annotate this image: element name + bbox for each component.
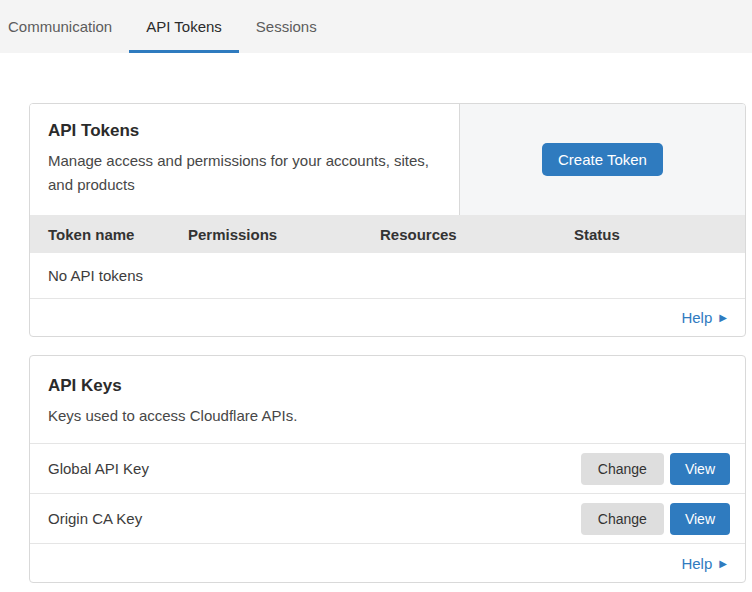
change-origin-ca-key-button[interactable]: Change xyxy=(581,503,664,535)
keys-help-row: Help ▶ xyxy=(30,543,745,583)
tokens-help-row: Help ▶ xyxy=(30,299,745,336)
column-header-permissions: Permissions xyxy=(188,226,380,243)
tab-label: Sessions xyxy=(256,18,317,35)
tokens-empty-message: No API tokens xyxy=(48,267,143,284)
api-tokens-header-action-area: Create Token xyxy=(460,104,745,215)
key-row-global-api-key: Global API Key Change View xyxy=(30,443,745,493)
tokens-help-link[interactable]: Help ▶ xyxy=(681,309,727,326)
api-keys-card: API Keys Keys used to access Cloudflare … xyxy=(29,355,746,583)
keys-help-link[interactable]: Help ▶ xyxy=(681,555,727,572)
tab-api-tokens[interactable]: API Tokens xyxy=(129,0,239,53)
help-link-label: Help xyxy=(681,309,712,326)
api-tokens-card: API Tokens Manage access and permissions… xyxy=(29,103,746,337)
key-actions: Change View xyxy=(581,453,730,485)
api-keys-title: API Keys xyxy=(48,376,727,396)
create-token-button[interactable]: Create Token xyxy=(542,143,663,176)
column-header-resources: Resources xyxy=(380,226,574,243)
tokens-empty-state: No API tokens xyxy=(30,253,745,299)
view-origin-ca-key-button[interactable]: View xyxy=(670,503,730,535)
api-tokens-header-text: API Tokens Manage access and permissions… xyxy=(30,104,460,215)
key-label: Global API Key xyxy=(48,460,581,477)
tab-label: Communication xyxy=(8,18,112,35)
key-label: Origin CA Key xyxy=(48,510,581,527)
api-keys-card-header: API Keys Keys used to access Cloudflare … xyxy=(30,356,745,443)
tab-bar: Communication API Tokens Sessions xyxy=(0,0,752,53)
key-actions: Change View xyxy=(581,503,730,535)
api-tokens-card-header: API Tokens Manage access and permissions… xyxy=(30,104,745,215)
api-tokens-title: API Tokens xyxy=(48,121,441,141)
api-tokens-subtitle: Manage access and permissions for your a… xyxy=(48,149,441,197)
tab-label: API Tokens xyxy=(146,18,222,35)
column-header-status: Status xyxy=(574,226,745,243)
key-row-origin-ca-key: Origin CA Key Change View xyxy=(30,493,745,543)
tab-communication[interactable]: Communication xyxy=(8,0,129,53)
help-arrow-icon: ▶ xyxy=(719,313,727,323)
tokens-table-header: Token name Permissions Resources Status xyxy=(30,215,745,253)
help-link-label: Help xyxy=(681,555,712,572)
column-header-token-name: Token name xyxy=(30,226,188,243)
tab-sessions[interactable]: Sessions xyxy=(239,0,334,53)
api-keys-subtitle: Keys used to access Cloudflare APIs. xyxy=(48,404,727,428)
active-tab-indicator xyxy=(129,50,239,53)
view-global-api-key-button[interactable]: View xyxy=(670,453,730,485)
change-global-api-key-button[interactable]: Change xyxy=(581,453,664,485)
help-arrow-icon: ▶ xyxy=(719,559,727,569)
